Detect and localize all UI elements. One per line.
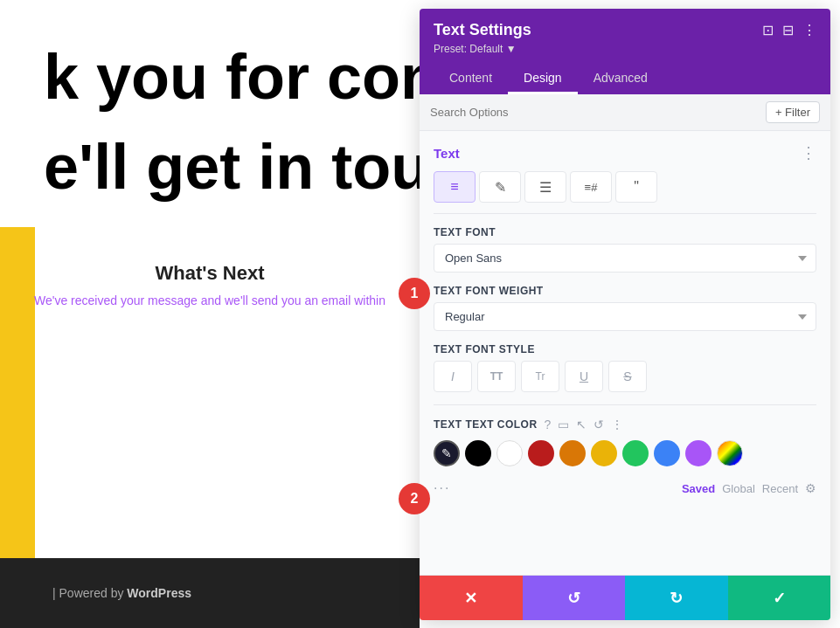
swatch-blue[interactable]: [654, 440, 680, 466]
text-section-header: Text ⋮: [420, 131, 830, 171]
tab-advanced[interactable]: Advanced: [578, 64, 663, 94]
color-tabs-row: ··· Saved Global Recent ⚙: [420, 475, 830, 501]
settings-panel: Text Settings ⊡ ⊟ ⋮ Preset: Default ▼ Co…: [420, 9, 830, 620]
color-label: Text Text Color: [434, 418, 538, 431]
page-hero-text-area: k you for cont e'll get in touc: [0, 0, 420, 227]
align-left-button[interactable]: ≡: [434, 171, 476, 203]
color-settings-icon[interactable]: ⚙: [805, 481, 816, 495]
search-bar: + Filter: [420, 94, 830, 131]
color-more-icon[interactable]: ⋮: [611, 418, 623, 431]
page-footer: | Powered by WordPress: [0, 558, 420, 628]
swatch-green[interactable]: [622, 440, 649, 466]
color-swatches: ✎: [434, 440, 816, 466]
hero-text-line1: k you for cont: [44, 24, 420, 114]
color-tab-recent[interactable]: Recent: [762, 482, 798, 495]
window-icon[interactable]: ⊡: [762, 22, 774, 38]
color-tab-global[interactable]: Global: [722, 482, 755, 495]
edit-button[interactable]: ✎: [479, 171, 521, 203]
style-field-block: Text Font Style I TT Tr U S: [420, 343, 830, 404]
color-undo-icon[interactable]: ↺: [594, 418, 604, 431]
swatch-purple[interactable]: [685, 440, 712, 466]
swatch-red[interactable]: [528, 440, 554, 466]
hero-text-line2: e'll get in touc: [44, 114, 420, 204]
panel-header-icons: ⊡ ⊟ ⋮: [762, 22, 816, 38]
underline-button[interactable]: U: [565, 361, 603, 392]
swatch-rainbow[interactable]: [717, 440, 743, 466]
section-title: Text: [434, 146, 460, 161]
tab-content[interactable]: Content: [434, 64, 508, 94]
panel-footer: ✕ ↺ ↻ ✓: [420, 575, 830, 620]
panel-header-top: Text Settings ⊡ ⊟ ⋮: [434, 21, 816, 39]
footer-text: | Powered by WordPress: [52, 586, 191, 600]
strikethrough-button[interactable]: S: [608, 361, 647, 392]
redo-button[interactable]: ↻: [625, 576, 728, 620]
panel-title: Text Settings: [434, 21, 531, 39]
page-center-heading: What's Next: [0, 262, 420, 285]
weight-label: Text Font Weight: [434, 285, 816, 297]
color-label-row: Text Text Color ? ▭ ↖ ↺ ⋮: [434, 418, 816, 431]
search-input[interactable]: [430, 106, 766, 119]
panel-body: Text ⋮ ≡ ✎ ☰ ≡# " Text Font Open Sans Te…: [420, 131, 830, 575]
section-menu-icon[interactable]: ⋮: [801, 143, 816, 162]
swatch-white[interactable]: [496, 440, 523, 466]
save-button[interactable]: ✓: [728, 576, 831, 620]
text-align-row: ≡ ✎ ☰ ≡# ": [420, 171, 830, 213]
color-tab-saved[interactable]: Saved: [682, 482, 715, 495]
step-badge-1: 1: [399, 278, 430, 309]
italic-button[interactable]: I: [434, 361, 472, 392]
more-icon[interactable]: ⋮: [802, 22, 816, 38]
page-center-section: What's Next We've received your message …: [0, 262, 420, 307]
capitalize-button[interactable]: Tr: [521, 361, 559, 392]
step-badge-2: 2: [399, 483, 430, 514]
more-swatches-icon[interactable]: ···: [434, 480, 450, 496]
quote-button[interactable]: ": [615, 171, 657, 203]
weight-select[interactable]: Regular: [434, 302, 816, 331]
color-section: Text Text Color ? ▭ ↖ ↺ ⋮ ✎: [420, 405, 830, 475]
font-field-block: Text Font Open Sans: [420, 214, 830, 285]
page-center-text: We've received your message and we'll se…: [0, 293, 420, 307]
panel-tabs: Content Design Advanced: [434, 64, 816, 94]
columns-icon[interactable]: ⊟: [782, 22, 794, 38]
mobile-preview-icon[interactable]: ▭: [558, 418, 569, 431]
panel-preset: Preset: Default ▼: [434, 43, 816, 55]
swatch-black[interactable]: [465, 440, 491, 466]
weight-field-block: Text Font Weight Regular: [420, 285, 830, 343]
cursor-icon[interactable]: ↖: [576, 418, 587, 431]
ordered-list-button[interactable]: ≡#: [570, 171, 612, 203]
swatch-orange[interactable]: [559, 440, 586, 466]
question-icon[interactable]: ?: [545, 418, 552, 431]
uppercase-button[interactable]: TT: [477, 361, 516, 392]
style-buttons-row: I TT Tr U S: [434, 361, 816, 392]
undo-button[interactable]: ↺: [523, 576, 626, 620]
preset-dropdown[interactable]: Preset: Default ▼: [434, 43, 517, 55]
font-label: Text Font: [434, 226, 816, 238]
cancel-button[interactable]: ✕: [420, 576, 523, 620]
swatch-yellow[interactable]: [591, 440, 617, 466]
style-label: Text Font Style: [434, 343, 816, 355]
font-select[interactable]: Open Sans: [434, 244, 816, 273]
list-button[interactable]: ☰: [524, 171, 566, 203]
eyedropper-swatch[interactable]: ✎: [434, 440, 460, 466]
panel-header: Text Settings ⊡ ⊟ ⋮ Preset: Default ▼ Co…: [420, 9, 830, 94]
filter-button[interactable]: + Filter: [766, 101, 820, 123]
tab-design[interactable]: Design: [508, 64, 578, 94]
